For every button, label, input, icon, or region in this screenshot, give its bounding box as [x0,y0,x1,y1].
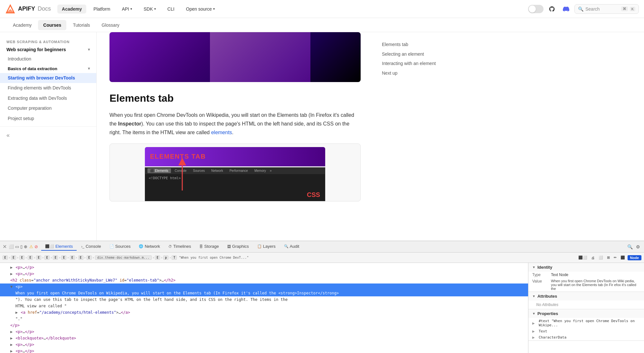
breadcrumb-e-10[interactable]: E [78,255,83,260]
logo-area[interactable]: APIFY Docs [5,4,51,14]
properties-collapse-icon: ▼ [532,312,535,315]
breadcrumb-e-p[interactable]: E [155,255,160,260]
devtools-dock-icon[interactable]: ⬜ [9,244,14,249]
breadcrumb-e-3[interactable]: E [19,255,24,260]
nav-sdk-btn[interactable]: SDK ▾ [139,5,160,14]
toggle-blockquote[interactable]: ▶ [10,336,13,340]
devtools-dock2-icon[interactable]: ▭ [15,244,19,249]
html-line-blockquote[interactable]: ▶ <blockquote>…</blockquote> [0,335,528,341]
devtools-tab-elements[interactable]: ⬛⬜ Elements [41,243,77,251]
breadcrumb-e-1[interactable]: E [3,255,8,260]
toggle-p4[interactable]: ▶ [10,342,13,347]
devtools-tab-audit[interactable]: 🔍 Audit [280,243,303,251]
devtools-move-icon[interactable]: ⊕ [24,244,27,249]
html-line-p-selected[interactable]: ▼ <p> [0,283,528,290]
breadcrumb-e-8[interactable]: E [61,255,66,260]
search-box[interactable]: 🔍 Search ⌘ K [574,4,639,14]
html-line-close-p[interactable]: </p> [0,322,528,329]
breadcrumb-e-2[interactable]: E [11,255,16,260]
breadcrumb-e-7[interactable]: E [53,255,58,260]
devtools-warning-icon[interactable]: ⚠ [29,244,33,249]
toggle-p5[interactable]: ▶ [10,349,13,353]
toggle-a[interactable]: ▶ [15,310,18,315]
breadcrumb-e-6[interactable]: E [44,255,50,260]
sidebar-item-browser-devtools[interactable]: Starting with browser DevTools [0,73,96,83]
sidebar-item-extracting-data[interactable]: Extracting data with DevTools [0,93,96,104]
devtools-search-icon[interactable]: 🔍 [626,244,634,250]
breadcrumb-e-11[interactable]: E [87,255,92,260]
html-line-p3[interactable]: ▶ <p>…</p> [0,329,528,335]
html-line-p2[interactable]: ▶ <p>…</p> [0,271,528,277]
breadcrumb-p-item[interactable]: p [163,255,168,260]
devtools-toolbar-icon4[interactable]: ⊞ [606,255,611,260]
sidebar-item-introduction[interactable]: Introduction [0,54,96,64]
devtools-tab-network[interactable]: 🌐 Network [135,243,164,251]
devtools-toolbar-icon6[interactable]: ⬛ [619,255,626,260]
devtools-toolbar-icon5[interactable]: ✏ [612,255,618,260]
sidebar-item-computer-prep[interactable]: Computer preparation [0,103,96,114]
theme-toggle[interactable] [528,5,544,13]
html-line-p5[interactable]: ▶ <p>…</p> [0,348,528,353]
nav-api-btn[interactable]: API ▾ [117,5,137,14]
sidebar-group-basics[interactable]: Basics of data extraction ▾ [0,64,96,73]
devtools-tab-graphics[interactable]: 🖼 Graphics [223,243,253,251]
devtools-tab-timelines[interactable]: ⏱ Timelines [165,243,195,251]
nav-cli-btn[interactable]: CLI [163,5,179,14]
search-icon: 🔍 [578,6,583,12]
breadcrumb-e-4[interactable]: E [28,255,33,260]
toc-item-elements-tab[interactable]: Elements tab [379,40,439,50]
sidebar-item-finding-elements[interactable]: Finding elements with DevTools [0,83,96,93]
nav-academy-btn[interactable]: Academy [57,5,86,14]
article-elements-link[interactable]: elements [211,130,232,135]
toggle-p-selected[interactable]: ▼ [10,284,13,289]
sidebar-collapse-btn[interactable]: « [0,126,96,144]
devtools-toolbar-icon1[interactable]: ⬛⬜ [577,255,589,260]
tab-glossary[interactable]: Glossary [97,20,125,30]
github-icon-btn[interactable] [546,3,558,15]
devtools-tab-console[interactable]: ›_ Console [77,243,105,251]
html-line-p1[interactable]: ▶ <p>…</p> [0,264,528,271]
toc-item-selecting[interactable]: Selecting an element [379,50,439,59]
html-line-h2-elements[interactable]: <h2 class="anchor anchorWithStickyNavbar… [0,277,528,283]
panel-identity-header[interactable]: ▼ Identity [528,263,644,272]
toc-item-interacting[interactable]: Interacting with an element [379,59,439,69]
breadcrumb-t-item[interactable]: T [172,255,177,260]
prop2-expand-icon: ▶ [532,330,535,333]
devtools-toolbar-icon2[interactable]: 🖨 [590,255,596,260]
panel-attributes-header[interactable]: ▼ Attributes [528,292,644,301]
devtools-close-icon[interactable]: ✕ [3,244,7,250]
panel-prop-3[interactable]: ▶ CharacterData [528,334,644,340]
devtools-error-icon[interactable]: ⊘ [34,244,38,249]
tab-courses[interactable]: Courses [38,20,66,30]
discord-icon-btn[interactable] [560,3,572,15]
breadcrumb-div-item[interactable]: div.theme-doc-markdown.m... [95,255,152,260]
html-line-text2[interactable]: "). You can use this tab to inspect the … [0,296,528,303]
html-line-a[interactable]: ▶ <a href="/academy/concepts/html-elemen… [0,309,528,316]
breadcrumb-e-5[interactable]: E [36,255,41,260]
devtools-tab-storage[interactable]: 🗄 Storage [195,243,223,251]
sidebar-item-project-setup[interactable]: Project setup [0,114,96,124]
panel-properties-header[interactable]: ▼ Properties [528,309,644,318]
tab-tutorials[interactable]: Tutorials [68,20,95,30]
html-line-text-node[interactable]: When you first open Chrome DevTools on W… [0,290,528,296]
toggle-p3[interactable]: ▶ [10,330,13,334]
nav-platform-btn[interactable]: Platform [89,5,115,14]
nav-opensource-btn[interactable]: Open source ▾ [182,5,219,14]
panel-prop-2[interactable]: ▶ Text [528,328,644,334]
toggle-p1[interactable]: ▶ [10,265,13,270]
devtools-dock3-icon[interactable]: ▯ [20,244,23,249]
html-line-dot[interactable]: "." [0,316,528,322]
devtools-settings-icon[interactable]: ⚙ [635,244,641,250]
sidebar-group-web-scraping[interactable]: Web scraping for beginners ▾ [0,45,96,54]
devtools-toolbar-icon3[interactable]: ⬜ [597,255,604,260]
breadcrumb-e-9[interactable]: E [70,255,75,260]
tab-academy[interactable]: Academy [8,20,37,30]
toc-item-next-up[interactable]: Next up [379,69,439,78]
toggle-p2[interactable]: ▶ [10,272,13,276]
html-line-text3[interactable]: HTML view are called " [0,303,528,309]
devtools-html-tree[interactable]: ▶ <p>…</p> ▶ <p>…</p> <h2 class="anchor … [0,263,528,353]
devtools-tab-sources[interactable]: 📄 Sources [106,243,135,251]
panel-prop-1[interactable]: ▶ #text "When you first open Chrome DevT… [528,318,644,328]
html-line-p4[interactable]: ▶ <p>…</p> [0,341,528,348]
devtools-tab-layers[interactable]: 📋 Layers [253,243,279,251]
